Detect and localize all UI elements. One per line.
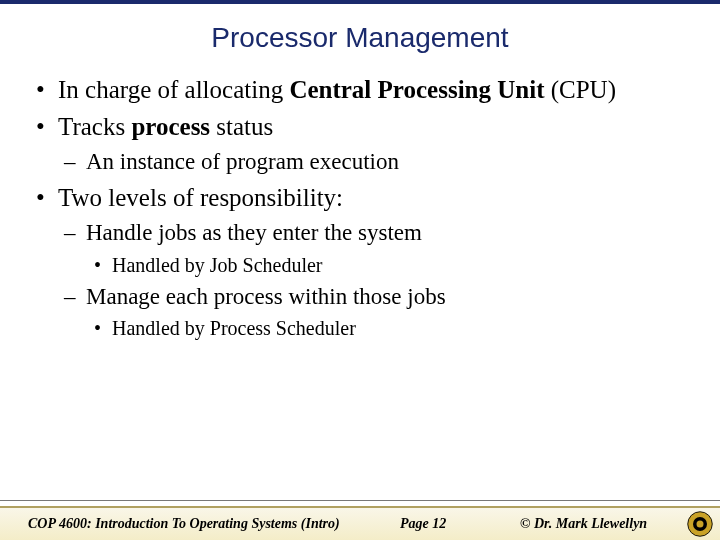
- slide: Processor Management In charge of alloca…: [0, 0, 720, 540]
- sub-sub-bullet-item: Handled by Process Scheduler: [86, 315, 690, 341]
- sub-list: Handle jobs as they enter the system Han…: [58, 218, 690, 342]
- bullet-item: In charge of allocating Central Processi…: [30, 74, 690, 105]
- text: status: [210, 113, 273, 140]
- sub-sub-list: Handled by Process Scheduler: [86, 315, 690, 341]
- sub-sub-bullet-item: Handled by Job Scheduler: [86, 252, 690, 278]
- bullet-list: In charge of allocating Central Processi…: [30, 74, 690, 341]
- bullet-item: Tracks process status An instance of pro…: [30, 111, 690, 176]
- sub-list: An instance of program execution: [58, 147, 690, 177]
- bullet-item: Two levels of responsibility: Handle job…: [30, 182, 690, 341]
- text: Two levels of responsibility:: [58, 184, 343, 211]
- slide-title: Processor Management: [0, 22, 720, 54]
- text: In charge of allocating: [58, 76, 289, 103]
- text-bold: process: [131, 113, 210, 140]
- text-bold: Central Processing Unit: [289, 76, 544, 103]
- sub-bullet-item: Manage each process within those jobs Ha…: [58, 282, 690, 342]
- text: Tracks: [58, 113, 131, 140]
- slide-footer: COP 4600: Introduction To Operating Syst…: [0, 506, 720, 540]
- ucf-logo-icon: [686, 510, 714, 538]
- text: Manage each process within those jobs: [86, 284, 446, 309]
- sub-bullet-item: An instance of program execution: [58, 147, 690, 177]
- slide-body: In charge of allocating Central Processi…: [0, 74, 720, 341]
- footer-course: COP 4600: Introduction To Operating Syst…: [0, 516, 400, 532]
- text: (CPU): [544, 76, 616, 103]
- footer-page: Page 12: [400, 516, 520, 532]
- svg-point-2: [697, 521, 704, 528]
- sub-bullet-item: Handle jobs as they enter the system Han…: [58, 218, 690, 278]
- text: Handle jobs as they enter the system: [86, 220, 422, 245]
- footer-author: © Dr. Mark Llewellyn: [520, 516, 670, 532]
- sub-sub-list: Handled by Job Scheduler: [86, 252, 690, 278]
